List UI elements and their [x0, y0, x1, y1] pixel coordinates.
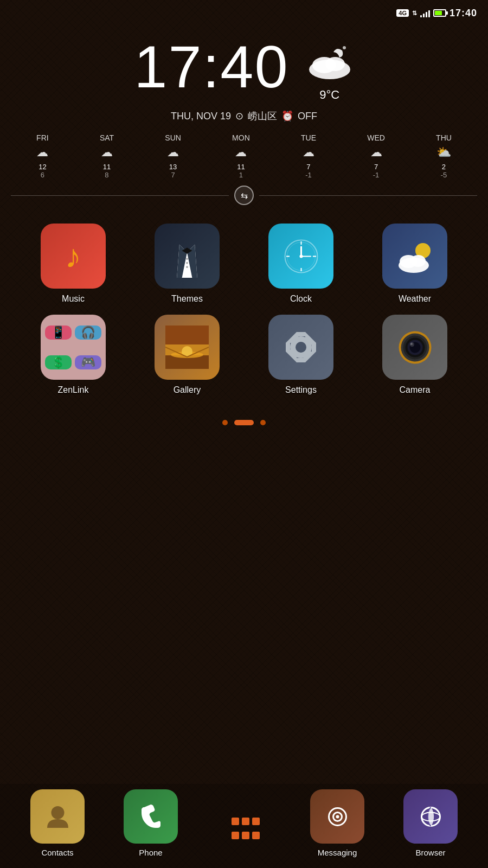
svg-point-15 — [299, 254, 303, 258]
svg-point-0 — [343, 46, 346, 49]
browser-icon — [403, 789, 458, 844]
app-music[interactable]: ♪ Music — [22, 224, 125, 304]
clock-face-svg — [281, 236, 322, 277]
app-settings[interactable]: Settings — [249, 315, 352, 395]
page-dot-2-active[interactable] — [234, 420, 254, 425]
status-bar: 4G ⇅ 17:40 — [0, 0, 488, 26]
status-time: 17:40 — [450, 8, 477, 19]
swap-button[interactable]: ⇆ — [234, 186, 254, 205]
launcher-icon — [217, 803, 271, 857]
zenlink-sub3: 💲 — [45, 355, 72, 369]
zenlink-label: ZenLink — [58, 385, 89, 395]
grid-dot-5 — [242, 832, 249, 839]
forecast-sat: SAT ☁ 11 8 — [100, 133, 114, 179]
location-icon: ⊙ — [235, 110, 243, 122]
music-note-icon: ♪ — [65, 238, 81, 275]
svg-point-3 — [325, 57, 345, 71]
phone-icon — [124, 789, 178, 844]
network-arrows-icon: ⇅ — [412, 10, 417, 17]
dock-messaging[interactable]: Messaging — [310, 789, 364, 857]
phone-label: Phone — [139, 848, 162, 857]
zenlink-app-icon: 📱 🎧 💲 🎮 — [41, 315, 106, 380]
svg-point-5 — [186, 262, 188, 264]
clock-label: Clock — [290, 294, 312, 304]
location-text: 崂山区 — [248, 110, 277, 123]
weather-app-svg — [393, 237, 436, 275]
grid-dot-2 — [242, 818, 249, 825]
messaging-label: Messaging — [318, 848, 357, 857]
app-clock[interactable]: Clock — [249, 224, 352, 304]
weather-display: 9°C — [305, 37, 354, 102]
clock-weather-widget: 17:40 9°C — [0, 26, 488, 107]
grid-dot-1 — [232, 818, 239, 825]
signal-bars — [420, 9, 430, 17]
page-indicator — [0, 411, 488, 434]
svg-point-40 — [336, 815, 339, 818]
weather-forecast: FRI ☁ 12 6 SAT ☁ 11 8 SUN ☁ 13 7 MON ☁ 1… — [0, 125, 488, 183]
gallery-label: Gallery — [174, 385, 201, 395]
zenlink-sub4: 🎮 — [75, 355, 101, 369]
date-row: THU, NOV 19 ⊙ 崂山区 ⏰ OFF — [0, 107, 488, 125]
forecast-tue: TUE ☁ 7 -1 — [301, 133, 316, 179]
grid-dot-4 — [232, 832, 239, 839]
dock: Contacts Phone — [0, 784, 488, 868]
alarm-icon: ⏰ — [281, 110, 293, 122]
forecast-fri-icon: ☁ — [36, 145, 48, 159]
app-themes[interactable]: Themes — [136, 224, 239, 304]
forecast-fri: FRI ☁ 12 6 — [36, 133, 49, 179]
tuxedo-svg — [168, 234, 206, 278]
gear-svg — [282, 328, 320, 366]
clock-display: 17:40 — [134, 37, 288, 97]
messaging-svg — [323, 802, 352, 832]
divider-right — [259, 195, 477, 196]
grid-dot-6 — [252, 832, 260, 839]
forecast-sun: SUN ☁ 13 7 — [165, 133, 181, 179]
alarm-status: OFF — [298, 111, 317, 122]
temperature-display: 9°C — [319, 88, 339, 102]
gallery-svg — [165, 326, 209, 369]
app-gallery[interactable]: Gallery — [136, 315, 239, 395]
network-badge: 4G — [396, 9, 409, 17]
svg-point-28 — [296, 342, 306, 353]
weather-label: Weather — [399, 294, 431, 304]
music-app-icon: ♪ — [41, 224, 106, 289]
browser-svg — [416, 802, 446, 832]
contacts-icon — [30, 789, 85, 844]
app-grid: ♪ Music Themes — [0, 207, 488, 411]
status-icons: 4G ⇅ 17:40 — [396, 8, 477, 19]
camera-svg — [395, 327, 435, 368]
forecast-mon: MON ☁ 11 1 — [232, 133, 250, 179]
music-label: Music — [62, 294, 85, 304]
forecast-fri-day: FRI — [36, 133, 49, 142]
page-dot-1[interactable] — [222, 420, 228, 425]
page-dot-3[interactable] — [260, 420, 266, 425]
zenlink-sub1: 📱 — [45, 326, 72, 340]
phone-svg — [136, 802, 166, 832]
themes-label: Themes — [171, 294, 203, 304]
svg-point-19 — [410, 255, 426, 267]
app-weather[interactable]: Weather — [363, 224, 466, 304]
forecast-fri-high: 12 — [38, 163, 46, 171]
svg-point-37 — [51, 806, 64, 819]
camera-label: Camera — [400, 385, 431, 395]
contacts-svg — [43, 802, 73, 832]
settings-app-icon — [268, 315, 333, 380]
dock-browser[interactable]: Browser — [403, 789, 458, 857]
dock-launcher[interactable] — [217, 803, 271, 857]
settings-label: Settings — [285, 385, 317, 395]
svg-rect-22 — [165, 326, 209, 344]
forecast-wed: WED ☁ 7 -1 — [367, 133, 385, 179]
svg-point-36 — [410, 343, 413, 345]
dock-contacts[interactable]: Contacts — [30, 789, 85, 857]
clock-app-icon — [268, 224, 333, 289]
forecast-thu: THU ⛅ 2 -5 — [436, 133, 452, 179]
grid-dot-3 — [252, 818, 260, 825]
gallery-app-icon — [155, 315, 220, 380]
app-camera[interactable]: Camera — [363, 315, 466, 395]
svg-point-4 — [186, 258, 188, 260]
svg-point-6 — [186, 266, 188, 268]
weather-icon-cloudy-night — [305, 42, 354, 86]
dock-phone[interactable]: Phone — [124, 789, 178, 857]
app-zenlink[interactable]: 📱 🎧 💲 🎮 ZenLink — [22, 315, 125, 395]
themes-app-icon — [155, 224, 220, 289]
